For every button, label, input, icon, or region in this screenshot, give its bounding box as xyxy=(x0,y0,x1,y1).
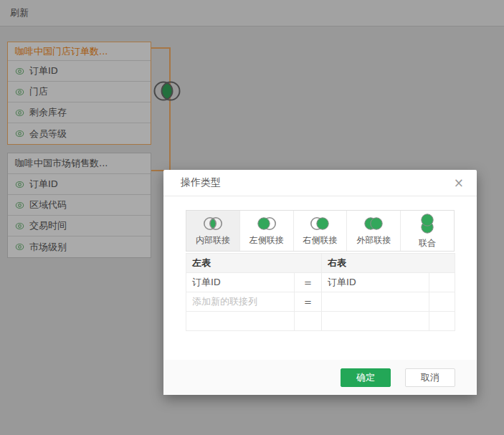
venn-left-join-icon xyxy=(256,216,277,231)
venn-union-icon xyxy=(419,213,436,234)
tab-right-join[interactable]: 右侧联接 xyxy=(293,211,347,251)
add-join-column-cell[interactable]: 添加新的联接列 xyxy=(186,292,295,312)
operator-cell xyxy=(295,312,322,331)
dialog-header: 操作类型 × xyxy=(163,170,477,196)
ok-button[interactable]: 确定 xyxy=(341,368,391,387)
join-type-dialog: 操作类型 × 内部联接 xyxy=(163,170,477,395)
app-window: 刷新 咖啡中国门店订单数... 订单ID 门店 剩余库存 会员等级 xyxy=(0,0,504,435)
join-mapping-table: 左表 右表 订单ID = 订单ID 添加新的联接列 = xyxy=(186,253,455,331)
left-field-cell xyxy=(186,312,295,331)
table-header-row: 左表 右表 xyxy=(186,254,455,273)
tab-label: 右侧联接 xyxy=(303,234,337,247)
tab-label: 左侧联接 xyxy=(249,234,284,247)
tab-label: 内部联接 xyxy=(196,234,230,247)
row-action-cell xyxy=(429,312,455,331)
tab-label: 外部联接 xyxy=(356,234,391,247)
tab-inner-join[interactable]: 内部联接 xyxy=(186,211,239,251)
tab-union[interactable]: 联合 xyxy=(400,211,454,251)
right-table-header: 右表 xyxy=(322,254,455,273)
tab-outer-join[interactable]: 外部联接 xyxy=(346,211,400,251)
dialog-body: 内部联接 左侧联接 右侧联接 xyxy=(163,196,477,331)
close-icon[interactable]: × xyxy=(451,176,467,191)
cancel-button[interactable]: 取消 xyxy=(405,368,455,387)
tab-label: 联合 xyxy=(419,237,436,249)
join-type-tabs: 内部联接 左侧联接 右侧联接 xyxy=(186,210,455,252)
left-table-header: 左表 xyxy=(186,254,322,273)
venn-inner-join-icon xyxy=(202,216,224,231)
right-field-cell[interactable] xyxy=(322,292,429,312)
right-field-cell xyxy=(322,312,429,331)
venn-outer-join-icon xyxy=(363,216,384,231)
venn-right-join-icon xyxy=(309,216,331,231)
mapping-row-empty xyxy=(186,312,455,331)
tab-left-join[interactable]: 左侧联接 xyxy=(239,211,293,251)
equals-operator: = xyxy=(295,273,322,292)
right-field-cell[interactable]: 订单ID xyxy=(322,273,429,292)
left-field-cell[interactable]: 订单ID xyxy=(186,273,295,292)
dialog-footer: 确定 取消 xyxy=(163,360,477,395)
row-action-cell xyxy=(429,292,455,312)
row-action-cell xyxy=(429,273,455,292)
equals-operator: = xyxy=(295,292,322,312)
mapping-row-placeholder: 添加新的联接列 = xyxy=(186,292,455,312)
dialog-title: 操作类型 xyxy=(181,176,221,189)
mapping-row: 订单ID = 订单ID xyxy=(186,273,455,292)
